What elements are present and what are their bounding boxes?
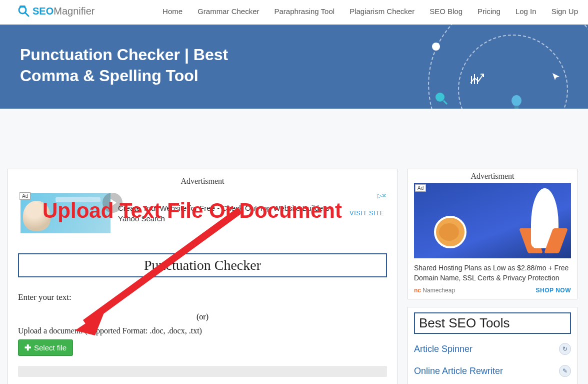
tool-link-article-spinner[interactable]: Article Spinner	[414, 344, 472, 354]
select-file-label: Select file	[34, 343, 66, 352]
upload-label: Upload a document: (Supported Format: .d…	[18, 326, 387, 335]
rewriter-icon: ✎	[559, 365, 571, 377]
tool-link-article-rewriter[interactable]: Online Article Rewriter	[414, 366, 503, 376]
content: Advertisment Ad ▷ ✕ Create Your Website …	[0, 109, 588, 384]
sidebar-ad-text: Shared Hosting Plans as Low as $2.88/mo …	[414, 258, 571, 287]
enter-text-label: Enter your text:	[18, 292, 387, 302]
ad-thumbnail	[20, 193, 110, 233]
nav-login[interactable]: Log In	[516, 7, 536, 16]
or-separator: (or)	[18, 312, 387, 321]
ad-badge: Ad	[415, 184, 426, 192]
plus-icon: ✚	[24, 343, 31, 352]
dot-icon	[432, 42, 440, 51]
ad-subline: Yahoo Search	[118, 213, 342, 224]
sidebar-tools: Best SEO Tools Article Spinner ↻ Online …	[408, 307, 578, 384]
svg-rect-2	[20, 6, 26, 8]
nav-grammar[interactable]: Grammar Checker	[198, 7, 259, 16]
tools-title: Best SEO Tools	[414, 312, 571, 334]
nav-pricing[interactable]: Pricing	[478, 7, 500, 16]
sidebar-ad-brand: Namecheap	[414, 287, 455, 294]
sidebar-ad-cta[interactable]: SHOP NOW	[536, 287, 571, 294]
logo-text: SEOMagnifier	[32, 6, 95, 17]
sidebar-ad-image	[414, 183, 571, 258]
svg-line-8	[444, 101, 447, 104]
play-icon[interactable]	[102, 193, 122, 213]
spinner-icon: ↻	[559, 343, 571, 355]
svg-line-1	[25, 13, 28, 16]
svg-point-7	[436, 93, 444, 102]
main-ad[interactable]: Ad ▷ ✕ Create Your Website for Free - Ch…	[18, 191, 387, 241]
ad-badge: Ad	[20, 192, 30, 200]
sidebar: Advertisment Ad ▷ ✕ Shared Hosting Plans…	[408, 169, 578, 384]
chart-up-icon	[470, 72, 486, 85]
sidebar-ad-label: Advertisment	[414, 172, 571, 181]
ad-label: Advertisment	[18, 177, 387, 186]
ad-headline: Create Your Website for Free - Check Out…	[118, 203, 342, 213]
adchoices-icon[interactable]: ▷ ✕	[378, 192, 386, 199]
nav-signup[interactable]: Sign Up	[552, 7, 578, 16]
svg-marker-11	[552, 73, 560, 80]
nav-blog[interactable]: SEO Blog	[430, 7, 462, 16]
bulb-icon	[510, 95, 523, 109]
tool-title: Punctuation Checker	[18, 253, 387, 277]
svg-rect-10	[514, 106, 518, 109]
main-column: Advertisment Ad ▷ ✕ Create Your Website …	[8, 169, 398, 384]
tool-row-article-rewriter: Online Article Rewriter ✎	[414, 362, 571, 384]
logo[interactable]: SEOMagnifier	[18, 5, 95, 17]
select-file-button[interactable]: ✚ Select file	[18, 339, 73, 356]
nav-plagiarism[interactable]: Plagiarism Checker	[350, 7, 414, 16]
magnifier-icon	[18, 5, 30, 17]
nav-links: Home Grammar Checker Paraphrasing Tool P…	[162, 7, 578, 16]
hero-banner: Punctuation Checker | Best Comma & Spell…	[0, 25, 588, 109]
ad-visit-link[interactable]: VISIT SITE	[350, 210, 384, 217]
svg-point-3	[432, 43, 440, 51]
top-nav: SEOMagnifier Home Grammar Checker Paraph…	[0, 0, 588, 25]
sidebar-ad[interactable]: Advertisment Ad ▷ ✕ Shared Hosting Plans…	[408, 169, 578, 299]
svg-point-9	[512, 95, 522, 106]
search-ball-icon	[435, 92, 448, 105]
cursor-icon	[552, 72, 560, 81]
ad-text: Create Your Website for Free - Check Out…	[118, 203, 342, 224]
nav-paraphrase[interactable]: Paraphrasing Tool	[274, 7, 334, 16]
tools-title-text: Best SEO Tools	[419, 315, 510, 330]
nav-home[interactable]: Home	[162, 7, 182, 16]
page-title: Punctuation Checker | Best Comma & Spell…	[20, 45, 270, 86]
hero-graphics	[388, 25, 588, 109]
tool-row-article-spinner: Article Spinner ↻	[414, 340, 571, 362]
tool-title-text: Punctuation Checker	[144, 257, 261, 273]
progress-bar	[18, 366, 387, 377]
